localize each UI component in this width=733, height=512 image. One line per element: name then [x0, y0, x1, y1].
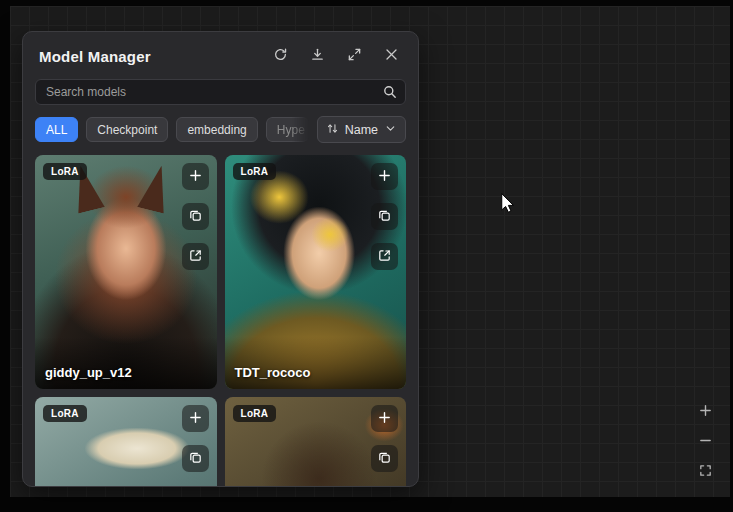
model-name: TDT_rococo [235, 365, 311, 380]
sort-dropdown[interactable]: Name [317, 116, 406, 143]
download-icon [310, 47, 325, 65]
zoom-in-button[interactable] [694, 401, 716, 423]
import-model-button[interactable] [182, 243, 209, 270]
filter-chip-all[interactable]: ALL [35, 117, 78, 142]
model-card[interactable]: LoRA [35, 155, 217, 389]
canvas-zoom-controls [694, 401, 716, 483]
card-label-gradient [35, 337, 217, 389]
sort-arrows-icon [326, 122, 339, 138]
copy-model-button[interactable] [182, 203, 209, 230]
zoom-in-icon [698, 403, 713, 421]
expand-icon [347, 47, 362, 65]
node-canvas[interactable]: Model Manager [10, 6, 730, 497]
panel-header-actions [269, 45, 402, 67]
card-label-gradient [225, 337, 407, 389]
refresh-button[interactable] [269, 45, 291, 67]
fit-view-button[interactable] [694, 461, 716, 483]
fit-view-icon [698, 463, 713, 481]
close-button[interactable] [380, 45, 402, 67]
add-icon [188, 168, 203, 186]
chevron-down-icon [384, 122, 397, 138]
close-icon [384, 47, 399, 65]
copy-icon [188, 450, 203, 468]
import-model-button[interactable] [371, 243, 398, 270]
add-model-button[interactable] [371, 405, 398, 432]
card-actions [182, 405, 209, 472]
panel-header: Model Manager [23, 32, 418, 76]
model-card[interactable]: LoRA [35, 397, 217, 487]
model-type-badge: LoRA [233, 405, 277, 422]
copy-icon [377, 450, 392, 468]
sort-label: Name [345, 123, 378, 137]
card-actions [371, 163, 398, 270]
add-model-button[interactable] [182, 163, 209, 190]
zoom-out-button[interactable] [694, 431, 716, 453]
panel-title: Model Manager [39, 48, 151, 65]
copy-model-button[interactable] [182, 445, 209, 472]
download-button[interactable] [306, 45, 328, 67]
filter-bar: ALL Checkpoint embedding Hype Name [35, 116, 406, 143]
model-name: giddy_up_v12 [45, 365, 132, 380]
copy-icon [377, 208, 392, 226]
zoom-out-icon [698, 433, 713, 451]
filter-chip-hypernetwork[interactable]: Hype [266, 117, 309, 142]
model-card-grid: LoRA [23, 155, 418, 487]
import-icon [377, 248, 392, 266]
filter-chip-embedding[interactable]: embedding [176, 117, 257, 142]
copy-model-button[interactable] [371, 203, 398, 230]
model-manager-panel: Model Manager [22, 31, 419, 487]
import-icon [188, 248, 203, 266]
search-row [35, 79, 406, 105]
model-card[interactable]: LoRA [225, 155, 407, 389]
model-type-badge: LoRA [43, 405, 87, 422]
model-type-badge: LoRA [233, 163, 277, 180]
expand-button[interactable] [343, 45, 365, 67]
add-model-button[interactable] [371, 163, 398, 190]
model-card[interactable]: LoRA [225, 397, 407, 487]
refresh-icon [273, 47, 288, 65]
card-actions [371, 405, 398, 472]
add-model-button[interactable] [182, 405, 209, 432]
model-type-badge: LoRA [43, 163, 87, 180]
search-icon [382, 84, 398, 100]
card-actions [182, 163, 209, 270]
filter-chip-checkpoint[interactable]: Checkpoint [86, 117, 168, 142]
add-icon [188, 410, 203, 428]
add-icon [377, 168, 392, 186]
search-input[interactable] [35, 79, 406, 105]
copy-model-button[interactable] [371, 445, 398, 472]
add-icon [377, 410, 392, 428]
copy-icon [188, 208, 203, 226]
